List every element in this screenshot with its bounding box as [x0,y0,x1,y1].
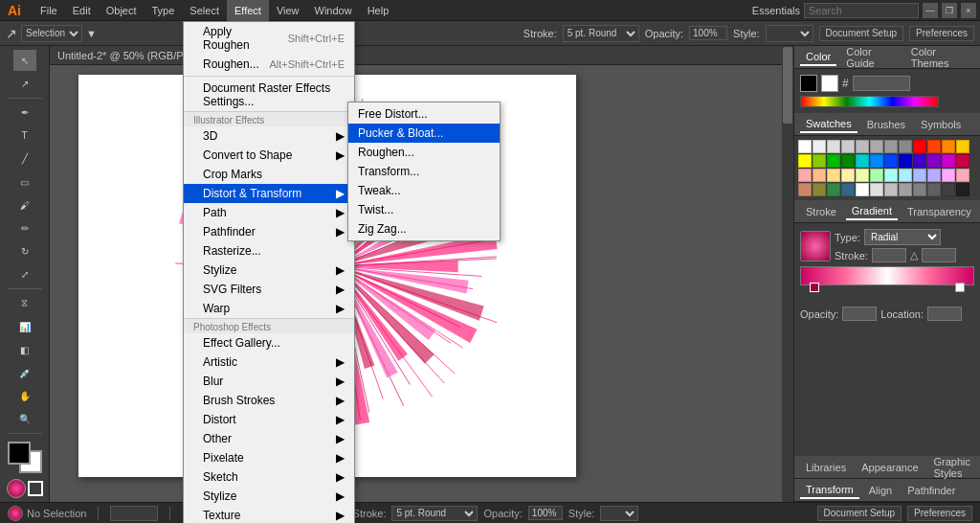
selection-tool[interactable]: ↖ [13,50,36,71]
swatch-item[interactable] [884,154,898,168]
vertical-scrollbar[interactable] [782,46,793,502]
crop-marks-item[interactable]: Crop Marks [184,165,354,184]
swatch-item[interactable] [841,154,855,168]
opacity-status-input[interactable] [528,506,563,520]
line-tool[interactable]: ╱ [13,148,36,170]
swatch-item[interactable] [856,154,869,168]
sketch-item[interactable]: Sketch ▶ [184,467,354,487]
fill-status-swatch[interactable] [8,506,23,521]
swatch-item[interactable] [913,140,926,153]
swatch-item[interactable] [813,169,826,182]
swatch-item[interactable] [927,169,941,182]
color-selector[interactable] [8,442,42,473]
swatch-item[interactable] [899,183,912,196]
foreground-color[interactable] [8,442,31,465]
style-status-select[interactable] [600,506,638,521]
preferences-status-button[interactable]: Preferences [907,506,972,521]
eyedropper-tool[interactable]: 💉 [13,362,36,383]
swatch-item[interactable] [942,169,955,182]
stroke-dropdown[interactable]: 5 pt. Round [563,25,639,42]
swatch-item[interactable] [813,140,826,153]
fill-indicator[interactable] [7,479,26,498]
maximize-button[interactable]: ❐ [942,3,957,18]
tab-align[interactable]: Align [863,483,898,498]
swatch-item[interactable] [913,183,926,196]
tab-symbols[interactable]: Symbols [915,117,967,132]
effect-gallery-item[interactable]: Effect Gallery... [184,333,354,352]
other-item[interactable]: Other ▶ [184,429,354,448]
swatch-item[interactable] [956,154,969,168]
artistic-item[interactable]: Artistic ▶ [184,352,354,372]
doc-setup-button[interactable]: Document Setup [819,26,904,41]
tab-transform[interactable]: Transform [800,482,859,499]
brush-tool[interactable]: 🖌 [13,194,36,216]
tab-color-themes[interactable]: Color Themes [905,44,974,71]
tab-transparency[interactable]: Transparency [902,204,977,219]
tab-color-guide[interactable]: Color Guide [840,44,901,71]
stylize-ps-item[interactable]: Stylize ▶ [184,487,354,506]
pixelate-item[interactable]: Pixelate ▶ [184,448,354,467]
swatch-item[interactable] [942,183,955,196]
stroke-indicator[interactable] [28,481,43,496]
location-input[interactable]: 100% [927,307,962,321]
tab-graphic-styles[interactable]: Graphic Styles [928,454,977,481]
gradient-tool[interactable]: ◧ [13,339,36,360]
menu-object[interactable]: Object [99,0,145,21]
path-item[interactable]: Path ▶ [184,203,354,222]
swatch-item[interactable] [913,154,926,168]
zoom-tool[interactable]: 🔍 [13,408,36,429]
swatch-item[interactable] [927,140,941,153]
bg-swatch[interactable] [821,75,838,92]
rasterize-item[interactable]: Rasterize... [184,241,354,261]
menu-effect[interactable]: Effect [227,0,269,21]
menu-type[interactable]: Type [145,0,183,21]
fg-swatch[interactable] [800,75,817,92]
preferences-button[interactable]: Preferences [909,26,974,41]
scrollbar-thumb[interactable] [783,47,792,124]
minimize-button[interactable]: — [923,3,938,18]
swatch-item[interactable] [827,140,840,153]
menu-file[interactable]: File [33,0,65,21]
gradient-preview-swatch[interactable] [800,231,831,262]
swatch-item[interactable] [927,183,941,196]
swatch-item[interactable] [942,154,955,168]
brush-strokes-item[interactable]: Brush Strokes ▶ [184,391,354,410]
gradient-bar[interactable] [800,266,974,285]
swatch-item[interactable] [870,154,883,168]
swatch-item[interactable] [841,169,855,182]
tab-color[interactable]: Color [800,49,836,66]
swatch-item[interactable] [798,183,812,196]
pucker-bloat-item[interactable]: Pucker & Bloat... [348,124,500,143]
swatch-item[interactable] [827,183,840,196]
swatch-item[interactable] [813,183,826,196]
free-distort-item[interactable]: Free Distort... [348,104,500,124]
swatch-item[interactable] [942,140,955,153]
rect-tool[interactable]: ▭ [13,171,36,193]
tab-libraries[interactable]: Libraries [800,460,852,475]
swatch-item[interactable] [813,154,826,168]
warp-item[interactable]: Warp ▶ [184,299,354,318]
swatch-item[interactable] [870,169,883,182]
selection-dropdown[interactable]: Selection [21,25,82,42]
swatch-item[interactable] [856,183,869,196]
swatch-item[interactable] [956,140,969,153]
menu-window[interactable]: Window [307,0,360,21]
distort-ps-item[interactable]: Distort ▶ [184,410,354,429]
stroke-status-select[interactable]: 5 pt. Round [391,506,478,521]
swatch-item[interactable] [798,169,812,182]
menu-select[interactable]: Select [182,0,227,21]
tab-appearance[interactable]: Appearance [856,460,924,475]
gradient-type-select[interactable]: Radial Linear [864,229,941,245]
tab-stroke[interactable]: Stroke [800,204,842,219]
stylize-item[interactable]: Stylize ▶ [184,261,354,280]
blend-tool[interactable]: ⧖ [13,293,36,314]
style-dropdown[interactable] [766,25,813,42]
swatch-item[interactable] [870,140,883,153]
swatch-item[interactable] [899,169,912,182]
swatch-item[interactable] [913,169,926,182]
hand-tool[interactable]: ✋ [13,385,36,406]
swatch-item[interactable] [841,183,855,196]
tab-pathfinder[interactable]: Pathfinder [902,483,961,498]
direct-select-tool[interactable]: ↗ [13,73,36,94]
distort-transform-item[interactable]: Distort & Transform ▶ [184,184,354,203]
